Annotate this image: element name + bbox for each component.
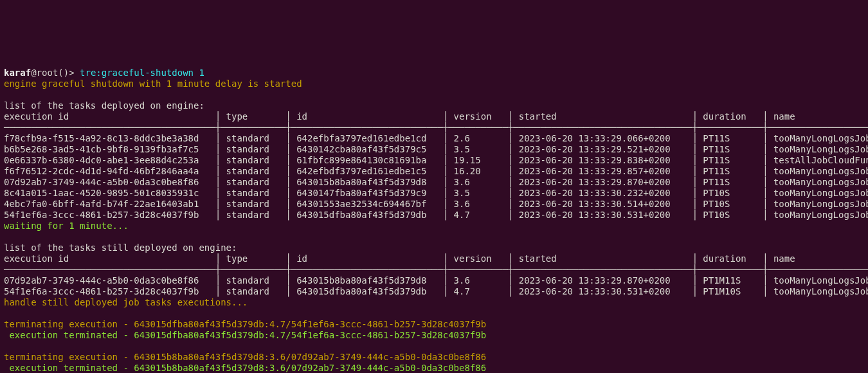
execution-terminated-2: execution terminated - 643015b8ba80af43f… (4, 363, 486, 373)
prompt-user: karaf (4, 68, 31, 78)
table-row: b6b5e268-3ad5-41cb-9bf8-9139fb3af7c5 │ s… (4, 144, 868, 154)
execution-terminated-1: execution terminated - 643015dfba80af43f… (4, 330, 486, 340)
table-row: 0e66337b-6380-4dc0-abe1-3ee88d4c253a │ s… (4, 155, 868, 165)
prompt-space (75, 68, 80, 78)
terminal[interactable]: karaf@root()> tre:graceful-shutdown 1 en… (0, 55, 868, 373)
prompt-host: root (37, 68, 59, 78)
table-2-separator: ───────────────────────────────────────┼… (4, 264, 868, 275)
table-1-body: f78cfb9a-f515-4a92-8c13-8ddc3be3a38d │ s… (4, 133, 868, 220)
waiting-message: waiting for 1 minute... (4, 221, 129, 231)
command-arg: 1 (199, 68, 204, 78)
prompt-at: @ (31, 68, 36, 78)
list-heading-1: list of the tasks deployed on engine: (4, 100, 204, 111)
table-row: 4ebc7fa0-6bff-4afd-b74f-22ae16403ab1 │ s… (4, 199, 868, 209)
table-row: 07d92ab7-3749-444c-a5b0-0da3c0be8f86 │ s… (4, 275, 868, 286)
list-heading-2: list of the tasks still deployed on engi… (4, 242, 237, 253)
command-text: tre:graceful-shutdown (80, 68, 194, 78)
terminating-execution-1: terminating execution - 643015dfba80af43… (4, 319, 486, 329)
table-1-separator: ───────────────────────────────────────┼… (4, 122, 868, 132)
table-2-header: execution id │ type │ id │ version │ sta… (4, 253, 795, 264)
table-1-header: execution id │ type │ id │ version │ sta… (4, 111, 795, 122)
prompt-line: karaf@root()> tre:graceful-shutdown 1 (4, 68, 204, 78)
table-2-body: 07d92ab7-3749-444c-a5b0-0da3c0be8f86 │ s… (4, 275, 868, 296)
start-message: engine graceful shutdown with 1 minute d… (4, 78, 302, 89)
table-row: 54f1ef6a-3ccc-4861-b257-3d28c4037f9b │ s… (4, 286, 868, 296)
table-row: 54f1ef6a-3ccc-4861-b257-3d28c4037f9b │ s… (4, 210, 868, 220)
table-row: 8c41a015-1aac-4520-9895-501c8035931c │ s… (4, 188, 868, 198)
terminating-execution-2: terminating execution - 643015b8ba80af43… (4, 352, 486, 362)
space (194, 68, 199, 78)
table-row: f78cfb9a-f515-4a92-8c13-8ddc3be3a38d │ s… (4, 133, 868, 143)
table-row: f6f76512-2cdc-4d1d-94fd-46bf2846aa4a │ s… (4, 166, 868, 176)
handle-message: handle still deployed job tasks executio… (4, 297, 248, 307)
prompt-suffix: ()> (58, 68, 74, 78)
table-row: 07d92ab7-3749-444c-a5b0-0da3c0be8f86 │ s… (4, 177, 868, 187)
